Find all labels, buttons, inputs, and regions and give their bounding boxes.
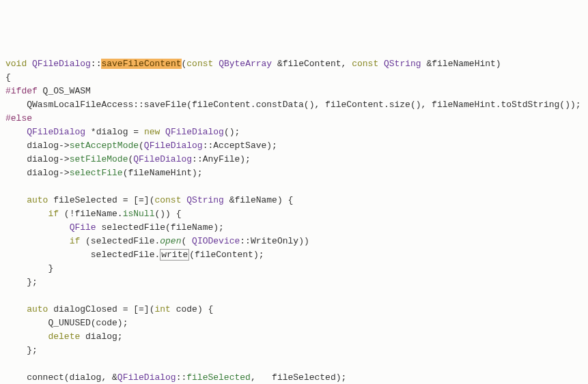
type-qfiledialog-5: QFileDialog	[133, 154, 192, 164]
keyword-void: void	[5, 59, 27, 69]
fn-open: open	[160, 236, 181, 246]
type-qfiledialog-2: QFileDialog	[27, 127, 85, 137]
line-24: connect(dialog, &QFileDialog::fileSelect…	[5, 372, 346, 383]
keyword-auto-2: auto	[27, 304, 48, 314]
line-7: dialog->setAcceptMode(QFileDialog::Accep…	[5, 141, 277, 151]
line-11: auto fileSelected = [=](const QString &f…	[5, 195, 293, 205]
pp-else: #else	[5, 113, 32, 123]
keyword-const: const	[186, 59, 213, 69]
param-filenamehint: &fileNameHint)	[421, 59, 501, 69]
type-qfiledialog: QFileDialog	[32, 59, 91, 69]
type-qbytearray: QByteArray	[219, 59, 272, 69]
code-block: void QFileDialog::saveFileContent(const …	[5, 57, 583, 384]
type-qfiledialog-6: QFileDialog	[117, 372, 176, 383]
param-filecontent: &fileContent,	[272, 59, 352, 69]
keyword-auto: auto	[27, 195, 48, 205]
keyword-const-2: const	[352, 59, 378, 69]
line-21: delete dialog;	[5, 331, 123, 342]
keyword-if-2: if	[70, 236, 81, 246]
line-4: QWasmLocalFileAccess::saveFile(fileConte…	[5, 100, 581, 110]
fn-selectfile: selectFile	[70, 168, 123, 178]
keyword-if: if	[48, 209, 59, 219]
keyword-new: new	[144, 127, 160, 137]
line-19: auto dialogClosed = [=](int code) {	[5, 304, 213, 314]
type-qfiledialog-3: QFileDialog	[165, 127, 224, 137]
type-qfile: QFile	[70, 222, 96, 233]
line-2: {	[5, 72, 11, 83]
type-qiodevice: QIODevice	[192, 236, 240, 246]
fn-setacceptmode: setAcceptMode	[70, 141, 139, 151]
fn-fileselected-signal: fileSelected	[186, 372, 251, 383]
type-qstring-2: QString	[186, 195, 224, 205]
line-17: };	[5, 277, 38, 287]
keyword-delete: delete	[48, 331, 80, 342]
keyword-int: int	[154, 304, 170, 314]
fn-setfilemode: setFileMode	[70, 154, 128, 164]
fn-write-boxed: write	[160, 249, 189, 261]
line-13: QFile selectedFile(fileName);	[5, 222, 224, 233]
line-8: dialog->setFileMode(QFileDialog::AnyFile…	[5, 154, 251, 164]
line-6: QFileDialog *dialog = new QFileDialog();	[5, 127, 240, 137]
line-9: dialog->selectFile(fileNameHint);	[5, 168, 203, 178]
macro-q-os-wasm: Q_OS_WASM	[38, 86, 91, 96]
line-1: void QFileDialog::saveFileContent(const …	[5, 59, 501, 69]
line-16: }	[5, 263, 53, 274]
line-14: if (selectedFile.open( QIODevice::WriteO…	[5, 236, 309, 246]
line-15: selectedFile.write(fileContent);	[5, 249, 264, 261]
line-22: };	[5, 345, 38, 355]
fn-isnull: isNull	[123, 209, 155, 219]
line-20: Q_UNUSED(code);	[5, 318, 128, 328]
scope-op: ::	[91, 59, 102, 69]
line-12: if (!fileName.isNull()) {	[5, 209, 181, 219]
line-3: #ifdef Q_OS_WASM	[5, 86, 91, 96]
type-qfiledialog-4: QFileDialog	[144, 141, 203, 151]
pp-ifdef: #ifdef	[5, 86, 38, 96]
method-savefilecontent-highlight: saveFileContent	[101, 59, 181, 69]
type-qstring: QString	[384, 59, 421, 69]
keyword-const-3: const	[154, 195, 181, 205]
